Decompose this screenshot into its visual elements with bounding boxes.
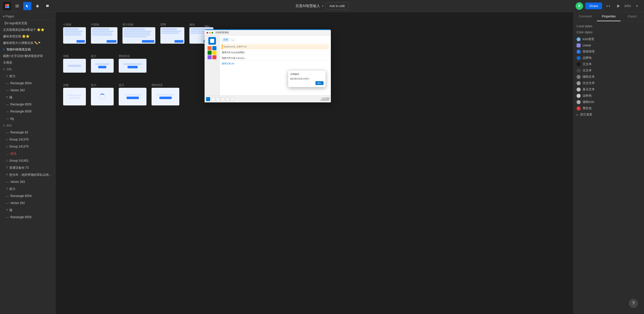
hand-tool[interactable] <box>33 2 41 10</box>
color-style-aux-icon[interactable]: 辅助icon <box>577 99 641 105</box>
color-style-icon-gradient[interactable]: icon渐变 <box>577 36 641 42</box>
active-page-indicator <box>3 49 5 50</box>
code-view-button[interactable] <box>604 2 612 10</box>
layer-rect-82[interactable]: — Rectangle 82 <box>0 129 55 136</box>
frame-加载1[interactable]: ... <box>63 59 86 73</box>
layer-label: 想当年，他所带领的军队以绝... <box>9 173 51 177</box>
zoom-label: 34% <box>624 4 631 8</box>
frame-wrapper-加载2: 加载 <box>63 88 86 105</box>
page-item-3[interactable]: 趣味表情大小调整定稿 ✏️⚑ <box>0 40 55 46</box>
frame-label-提示1: 提示 <box>91 54 96 58</box>
page-label-0: 【to logo相关页面 <box>3 21 27 25</box>
frame-label-网络错误1: 网络错误 <box>119 54 130 58</box>
frame-雷腾[interactable] <box>160 27 184 44</box>
color-style-main-text[interactable]: 主文本 <box>577 61 641 67</box>
color-style-secondary-text[interactable]: 次文本 <box>577 67 641 74</box>
page-item-1[interactable]: 主页面视觉定稿rd看这个 ⭐⭐ <box>0 26 55 33</box>
zoom-chevron[interactable]: ▾ <box>633 2 641 10</box>
layer-rect-8556-1[interactable]: — Rectangle 8556 <box>0 108 55 115</box>
select-tool[interactable] <box>23 2 31 10</box>
rect-icon: — <box>6 117 9 120</box>
layer-vec-262-1[interactable]: — Vector 262 <box>0 87 55 94</box>
page-item-0[interactable]: 【to logo相关页面 <box>0 20 55 26</box>
page-label-4: 智能纠错视觉定稿 <box>7 47 31 52</box>
frame-网络错误1[interactable] <box>119 59 146 73</box>
color-style-brand[interactable]: 品牌色 <box>577 55 641 61</box>
comment-tool[interactable] <box>43 2 52 10</box>
layer-group-141401[interactable]: □ Group 141401 <box>0 157 55 164</box>
frame-label-中面板: 中面板 <box>91 23 99 26</box>
color-style-linear[interactable]: Linear <box>577 42 641 48</box>
frame-网络错误2[interactable] <box>152 88 179 105</box>
layer-ge-2[interactable]: T 隔 <box>0 207 55 214</box>
layer-vec-263[interactable]: — Vector 263 <box>0 178 55 185</box>
layer-rect-8554-1[interactable]: — Rectangle 8554 <box>0 80 55 87</box>
layer-vec-262-2[interactable]: — Vector 262 <box>0 199 55 207</box>
tab-properties[interactable]: Properties <box>597 12 621 21</box>
frame-最大面板[interactable] <box>122 27 155 44</box>
frame-中面板[interactable] <box>91 27 117 44</box>
help-button[interactable]: ? <box>629 299 638 308</box>
menu-button[interactable] <box>13 2 21 10</box>
frame-label-雷腾: 雷腾 <box>160 23 166 26</box>
frame-提示1[interactable] <box>91 59 114 73</box>
color-style-aux-text[interactable]: 辅助文本 <box>577 74 641 80</box>
frame-加载2[interactable] <box>63 88 86 105</box>
frame-wrapper-小面板: 小面板 <box>63 27 86 44</box>
sidebar-right: Comment Properties Export Local styles C… <box>573 12 644 314</box>
figma-logo[interactable] <box>3 2 11 10</box>
sidebar-left: ▾ Pages 【to logo相关页面 主页面视觉定稿rd看这个 ⭐⭐ 趣味表… <box>0 12 56 314</box>
layer-label: Rectangle 8556 <box>10 110 32 113</box>
file-title: 百度AI智慧输入 <box>295 4 320 8</box>
color-style-border[interactable]: 边框色 <box>577 93 641 99</box>
play-button[interactable] <box>614 2 622 10</box>
frame-小面板[interactable] <box>63 27 86 44</box>
frame-提示3[interactable] <box>119 88 146 105</box>
color-style-name-main-text: 主文本 <box>583 62 592 66</box>
color-style-btn-gradient[interactable]: 按钮渐变 <box>577 48 641 55</box>
layer-putonghua[interactable]: T 普通话备份 73 <box>0 164 55 171</box>
vector-icon: — <box>6 180 9 183</box>
page-item-5[interactable]: 截图+文字识别+翻译视觉评审 <box>0 53 55 59</box>
color-style-warning[interactable]: 警告色 <box>577 105 641 111</box>
page-item-2[interactable]: 趣味表情定稿 🌟⭐ <box>0 33 55 40</box>
frame-提示2[interactable] <box>91 88 114 105</box>
topbar-center: 百度AI智慧输入 ▾ Ask to edit <box>295 2 349 10</box>
layer-rect-8555-2[interactable]: — Rectangle 8555 <box>0 214 55 221</box>
color-style-name-icon-gradient: icon渐变 <box>583 37 594 41</box>
color-swatch-brand <box>577 56 581 60</box>
page-item-4[interactable]: 智能纠错视觉定稿 <box>0 46 55 53</box>
expand-other-gradients[interactable]: ▶ 其它渐变 <box>577 111 641 118</box>
pages-header[interactable]: ▾ Pages <box>0 12 55 20</box>
svg-rect-5 <box>15 5 19 5</box>
section-divider-1[interactable]: # 省略 <box>0 66 55 73</box>
text-icon: T <box>6 173 8 176</box>
tab-comment[interactable]: Comment <box>574 12 597 21</box>
layer-权力-1[interactable]: T 权力 <box>0 73 55 80</box>
page-item-6[interactable]: 主视觉 <box>0 59 55 66</box>
layer-label: Rectangle 8555 <box>10 103 32 106</box>
layer-group-141376[interactable]: □ Group 141376 <box>0 136 55 143</box>
color-style-note-text[interactable]: 备注文本 <box>577 86 641 93</box>
layer-error[interactable]: — 错误 <box>0 150 55 157</box>
tab-export[interactable]: Export <box>621 12 644 21</box>
layer-xiangdangnian[interactable]: T 想当年，他所带领的军队以绝... <box>0 171 55 178</box>
layer-rect-8554-2[interactable]: — Rectangle 8554 <box>0 192 55 199</box>
svg-rect-7 <box>15 7 19 7</box>
share-button[interactable]: Share <box>585 3 602 9</box>
other-gradients-label: 其它渐变 <box>580 112 592 117</box>
ask-edit-button[interactable]: Ask to edit <box>326 2 349 10</box>
layer-bg-1[interactable]: — bg <box>0 115 55 122</box>
vector-icon: — <box>6 89 9 92</box>
section-divider-2[interactable]: # 修改 <box>0 122 55 129</box>
layer-group-141375[interactable]: □ Group 141375 <box>0 143 55 150</box>
avatar: P <box>576 2 583 10</box>
layer-rect-8555-1[interactable]: — Rectangle 8555 <box>0 101 55 108</box>
layer-quanli-2[interactable]: T 权力 <box>0 185 55 192</box>
group-icon: □ <box>6 145 8 148</box>
layer-ge-1[interactable]: T 隔 <box>0 94 55 101</box>
color-style-tertiary-text[interactable]: 次次文本 <box>577 80 641 86</box>
layer-label: Rectangle 8554 <box>10 194 32 198</box>
frame-label-修改: 修改 <box>189 23 195 26</box>
win-frame[interactable]: 文档管理系统 <box>205 29 331 102</box>
